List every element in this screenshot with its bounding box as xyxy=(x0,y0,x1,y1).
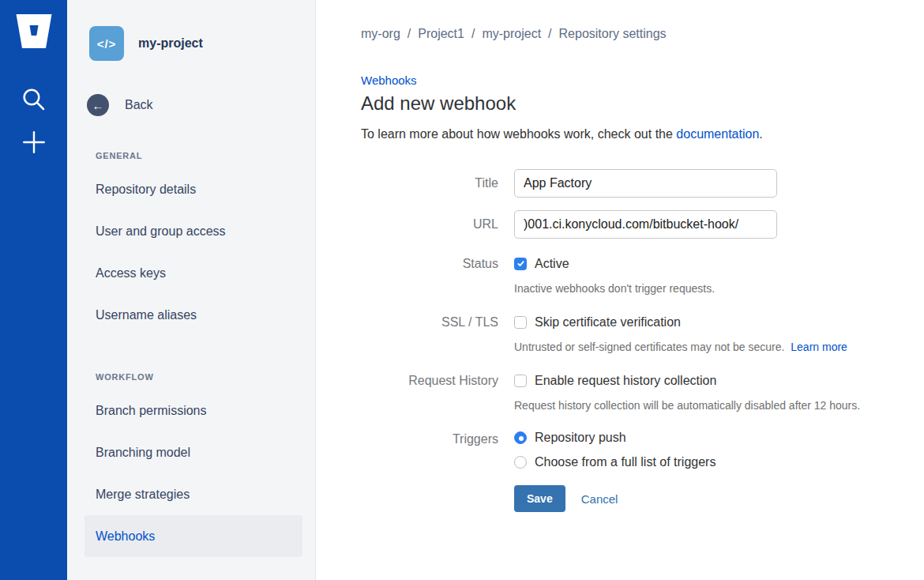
url-input[interactable] xyxy=(514,210,777,239)
triggers-row: Triggers Repository push Choose from a f… xyxy=(361,431,912,469)
documentation-link[interactable]: documentation xyxy=(676,127,759,141)
breadcrumb-separator: / xyxy=(408,27,411,41)
title-label: Title xyxy=(361,169,498,198)
sidebar-item-merge-strategies[interactable]: Merge strategies xyxy=(67,473,315,515)
project-avatar-code-icon: </> xyxy=(89,26,124,61)
skip-cert-checkbox-label: Skip certificate verification xyxy=(535,315,681,330)
triggers-label: Triggers xyxy=(361,431,498,469)
learn-more-link[interactable]: Learn more xyxy=(791,341,847,353)
full-trigger-list-option[interactable]: Choose from a full list of triggers xyxy=(514,455,716,469)
url-row: URL xyxy=(361,210,912,239)
add-webhook-form: Title URL Status Active Inactive webhook… xyxy=(361,169,912,512)
sidebar-item-webhooks[interactable]: Webhooks xyxy=(85,515,302,557)
back-arrow-icon: ← xyxy=(87,94,109,116)
cancel-link[interactable]: Cancel xyxy=(581,492,618,506)
skip-cert-checkbox-line[interactable]: Skip certificate verification xyxy=(514,314,681,330)
full-trigger-list-label: Choose from a full list of triggers xyxy=(535,455,716,469)
webhooks-section-link[interactable]: Webhooks xyxy=(361,73,417,87)
search-icon[interactable] xyxy=(15,81,53,119)
sidebar-section-workflow: WORKFLOW xyxy=(96,372,315,382)
triggers-radio-group: Repository push Choose from a full list … xyxy=(514,431,716,469)
intro-text-suffix: . xyxy=(759,127,762,141)
active-checkbox[interactable] xyxy=(514,258,527,270)
ssl-row: SSL / TLS Skip certificate verification xyxy=(361,314,912,330)
save-button[interactable]: Save xyxy=(514,485,565,512)
settings-sidebar: </> my-project ← Back GENERAL Repository… xyxy=(67,0,316,580)
sidebar-section-general: GENERAL xyxy=(96,151,315,160)
sidebar-item-access-keys[interactable]: Access keys xyxy=(67,252,315,294)
breadcrumb-separator: / xyxy=(548,27,551,41)
sidebar-item-branch-permissions[interactable]: Branch permissions xyxy=(67,390,315,431)
breadcrumb-separator: / xyxy=(471,27,475,41)
repository-push-radio[interactable] xyxy=(514,431,527,444)
add-icon[interactable] xyxy=(15,123,53,161)
request-history-checkbox-label: Enable request history collection xyxy=(535,374,716,388)
sidebar-item-branching-model[interactable]: Branching model xyxy=(67,431,315,473)
request-history-helper-text: Request history collection will be autom… xyxy=(514,399,912,412)
request-history-row: Request History Enable request history c… xyxy=(361,372,912,389)
request-history-checkbox-line[interactable]: Enable request history collection xyxy=(514,372,716,389)
skip-cert-checkbox[interactable] xyxy=(514,316,527,329)
title-input[interactable] xyxy=(514,169,777,198)
sidebar-item-username-aliases[interactable]: Username aliases xyxy=(67,294,315,336)
breadcrumb-project1[interactable]: Project1 xyxy=(418,27,464,41)
ssl-label: SSL / TLS xyxy=(361,314,498,330)
url-label: URL xyxy=(361,210,498,239)
app-rail xyxy=(0,0,67,580)
breadcrumb-repository-settings[interactable]: Repository settings xyxy=(559,27,667,41)
active-checkbox-label: Active xyxy=(535,257,569,271)
sidebar-item-repository-details[interactable]: Repository details xyxy=(67,168,315,210)
form-actions: Save Cancel xyxy=(514,485,912,512)
back-button[interactable]: ← Back xyxy=(87,94,315,116)
breadcrumb-my-project[interactable]: my-project xyxy=(482,27,541,41)
title-row: Title xyxy=(361,169,912,198)
bitbucket-logo[interactable] xyxy=(15,14,53,49)
full-trigger-list-radio[interactable] xyxy=(514,456,527,469)
check-icon xyxy=(516,259,525,268)
general-nav-list: Repository details User and group access… xyxy=(67,168,315,336)
request-history-checkbox[interactable] xyxy=(514,375,527,387)
project-name: my-project xyxy=(138,36,203,51)
status-row: Status Active xyxy=(361,255,912,272)
request-history-label: Request History xyxy=(361,372,498,389)
repository-push-option[interactable]: Repository push xyxy=(514,431,716,445)
status-label: Status xyxy=(361,255,498,272)
sidebar-item-user-group-access[interactable]: User and group access xyxy=(67,210,315,252)
intro-text-lead: To learn more about how webhooks work, c… xyxy=(361,127,673,141)
breadcrumb-my-org[interactable]: my-org xyxy=(361,27,400,41)
ssl-helper-text: Untrusted or self-signed certificates ma… xyxy=(514,341,912,353)
status-helper-text: Inactive webhooks don't trigger requests… xyxy=(514,282,912,295)
back-label: Back xyxy=(125,98,153,112)
page-title: Add new webhook xyxy=(361,92,912,115)
main-content: my-org / Project1 / my-project / Reposit… xyxy=(316,0,924,580)
active-checkbox-line[interactable]: Active xyxy=(514,255,569,272)
workflow-nav-list: Branch permissions Branching model Merge… xyxy=(67,390,315,557)
repository-push-label: Repository push xyxy=(535,431,626,445)
ssl-helper-body: Untrusted or self-signed certificates ma… xyxy=(514,341,784,353)
intro-text: To learn more about how webhooks work, c… xyxy=(361,127,912,141)
project-header: </> my-project xyxy=(67,0,315,61)
breadcrumb: my-org / Project1 / my-project / Reposit… xyxy=(361,27,912,41)
